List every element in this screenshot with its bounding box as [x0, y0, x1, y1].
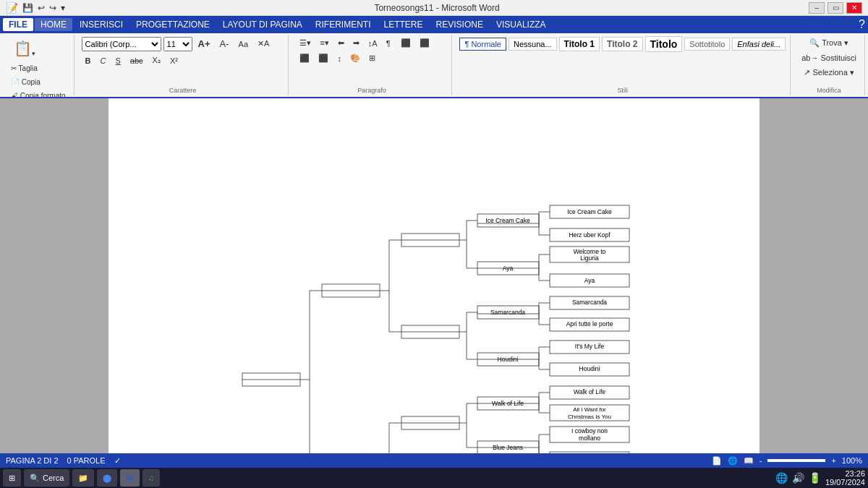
ribbon-group-appunti: 📋▾ ✂ Taglia 📄 Copia 🖌 Copia formato Appu…: [3, 35, 75, 95]
r1-11-label: I cowboy non: [571, 427, 608, 435]
numbering-button[interactable]: ≡▾: [316, 36, 332, 50]
explorer-app[interactable]: 📁: [72, 469, 94, 487]
menu-bar: FILE HOME INSERISCI PROGETTAZIONE LAYOUT…: [0, 16, 868, 33]
indent-button[interactable]: ➡: [349, 36, 363, 50]
view-web-icon[interactable]: 🌐: [728, 456, 738, 466]
find-button[interactable]: 🔍 Trova ▾: [798, 36, 860, 50]
copy-button[interactable]: 📄 Copia: [7, 76, 44, 88]
network-icon[interactable]: 🌐: [775, 472, 788, 484]
style-titolo1[interactable]: Titolo 1: [559, 37, 600, 51]
font-size-select[interactable]: 11: [163, 37, 192, 51]
italic-button[interactable]: C: [97, 54, 110, 67]
zoom-level: 100%: [842, 456, 862, 465]
sound-icon[interactable]: 🔊: [792, 472, 804, 484]
cut-button[interactable]: ✂ Taglia: [7, 62, 41, 74]
menu-home[interactable]: HOME: [35, 18, 72, 31]
title-text: Torneosongs11 - Microsoft Word: [65, 3, 809, 13]
document-page: Ice Cream Cake Herz uber Kopf Welcome to…: [109, 98, 760, 453]
taskbar-right: 🌐 🔊 🔋 23:26 19/07/2024: [775, 469, 865, 487]
clear-format-button[interactable]: ✕A: [254, 37, 273, 51]
style-enfasi[interactable]: Enfasi deli...: [732, 38, 786, 51]
carattere-label: Carattere: [169, 87, 197, 94]
r1-6-label: Apri tutte le porte: [566, 320, 613, 328]
outdent-button[interactable]: ⬅: [334, 36, 348, 50]
paste-button[interactable]: 📋▾: [7, 36, 42, 61]
quick-redo[interactable]: ↪: [49, 3, 56, 13]
font-family-select[interactable]: Calibri (Corp...: [82, 37, 161, 51]
svg-rect-14: [550, 452, 629, 453]
sort-button[interactable]: ↕A: [365, 36, 381, 50]
r1-5-label: Samarcanda: [572, 299, 607, 306]
view-print-icon[interactable]: 📄: [712, 456, 722, 466]
line-spacing-button[interactable]: ↕: [333, 51, 345, 65]
strikethrough-button[interactable]: abc: [127, 54, 147, 67]
ribbon-group-carattere: Calibri (Corp... 11 A+ A- Aa ✕A B C S ab…: [77, 35, 289, 95]
menu-revisione[interactable]: REVISIONE: [430, 18, 489, 31]
bullets-button[interactable]: ☰▾: [296, 36, 315, 50]
help-icon[interactable]: ?: [859, 18, 865, 31]
close-button[interactable]: ✕: [846, 2, 862, 14]
menu-progettazione[interactable]: PROGETTAZIONE: [130, 18, 216, 31]
stili-label: Stili: [618, 87, 629, 94]
document-area: Ice Cream Cake Herz uber Kopf Welcome to…: [0, 98, 868, 453]
chrome-icon: ⬤: [103, 474, 111, 483]
font-grow-button[interactable]: A+: [195, 36, 214, 51]
style-normale[interactable]: ¶ Normale: [459, 38, 506, 51]
format-painter-button[interactable]: 🖌 Copia formato: [7, 90, 69, 98]
view-read-icon[interactable]: 📖: [744, 456, 754, 466]
menu-file[interactable]: FILE: [3, 18, 33, 31]
align-left-button[interactable]: ⬛: [397, 36, 414, 50]
menu-riferimenti[interactable]: RIFERIMENTI: [310, 18, 377, 31]
align-center-button[interactable]: ⬛: [416, 36, 433, 50]
change-case-button[interactable]: Aa: [235, 38, 252, 51]
superscript-button[interactable]: X²: [166, 54, 182, 67]
zoom-out-button[interactable]: -: [760, 456, 762, 465]
zoom-slider[interactable]: [767, 459, 825, 462]
battery-icon[interactable]: 🔋: [809, 472, 821, 484]
status-bar: PAGINA 2 DI 2 0 PAROLE ✓ 📄 🌐 📖 - + 100%: [0, 453, 868, 468]
window-controls[interactable]: – ▭ ✕: [809, 2, 862, 14]
title-bar: 📝 💾 ↩ ↪ ▾ Torneosongs11 - Microsoft Word…: [0, 0, 868, 16]
bold-button[interactable]: B: [82, 54, 95, 67]
quick-save[interactable]: 💾: [22, 3, 33, 13]
r1-8-label: Houdini: [579, 365, 600, 372]
title-bar-left: 📝 💾 ↩ ↪ ▾: [6, 2, 65, 14]
minimize-button[interactable]: –: [809, 2, 825, 14]
svg-text:Christmas Is You: Christmas Is You: [568, 414, 611, 420]
quick-undo[interactable]: ↩: [38, 3, 45, 13]
style-titolo2[interactable]: Titolo 2: [602, 37, 642, 51]
spotify-app[interactable]: ♫: [142, 469, 160, 487]
style-titolo[interactable]: Titolo: [645, 36, 683, 52]
show-marks-button[interactable]: ¶: [383, 36, 394, 50]
style-nessuna[interactable]: Nessuna...: [509, 38, 557, 51]
menu-visualizza[interactable]: VISUALIZZA: [490, 18, 552, 31]
font-shrink-button[interactable]: A-: [216, 36, 233, 51]
proofing-icon[interactable]: ✓: [114, 456, 121, 466]
word-app[interactable]: W: [120, 469, 139, 487]
status-bar-right: 📄 🌐 📖 - + 100%: [712, 456, 862, 466]
taskbar: ⊞ 🔍 Cerca 📁 ⬤ W ♫ 🌐 🔊 🔋 23:26 19/07/2024: [0, 468, 868, 488]
start-button[interactable]: ⊞: [3, 469, 21, 487]
borders-button[interactable]: ⊞: [365, 51, 379, 65]
r1-7-label: It's My Life: [575, 343, 605, 350]
r2-1-label: Ice Cream Cake: [485, 217, 530, 224]
justify-button[interactable]: ⬛: [315, 51, 332, 65]
paragrafo-label: Paragrafo: [357, 87, 386, 94]
align-right-button[interactable]: ⬛: [296, 51, 313, 65]
select-button[interactable]: ↗ Seleziona ▾: [798, 66, 860, 80]
menu-layout[interactable]: LAYOUT DI PAGINA: [217, 18, 308, 31]
menu-lettere[interactable]: LETTERE: [378, 18, 429, 31]
restore-button[interactable]: ▭: [827, 2, 843, 14]
replace-button[interactable]: ab→ Sostituisci: [798, 51, 860, 64]
zoom-in-button[interactable]: +: [831, 456, 835, 465]
menu-inserisci[interactable]: INSERISCI: [74, 18, 129, 31]
shading-button[interactable]: 🎨: [346, 51, 364, 65]
windows-icon: ⊞: [9, 474, 15, 483]
r1-2-label: Herz uber Kopf: [569, 231, 610, 239]
underline-button[interactable]: S: [112, 54, 124, 67]
r2-3-label: Samarcanda: [490, 309, 525, 316]
style-sottotitolo[interactable]: Sottotitolo: [684, 38, 730, 51]
chrome-app[interactable]: ⬤: [97, 469, 117, 487]
search-button[interactable]: 🔍 Cerca: [24, 469, 69, 487]
subscript-button[interactable]: X₂: [149, 53, 164, 67]
